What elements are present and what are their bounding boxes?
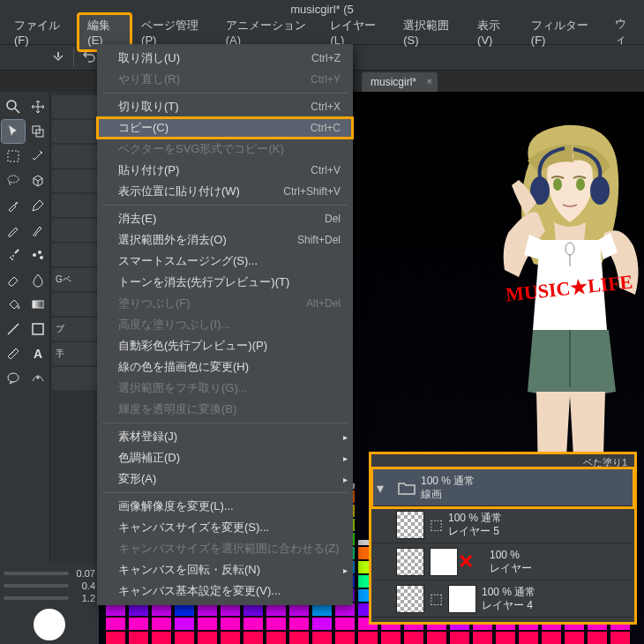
- subtool-item[interactable]: [52, 194, 97, 217]
- text-tool-icon[interactable]: A: [26, 342, 49, 365]
- undo-icon[interactable]: [79, 48, 99, 67]
- menu-canvas-settings[interactable]: キャンバス基本設定を変更(V)...: [97, 580, 353, 602]
- menu-file[interactable]: ファイル(F): [5, 14, 77, 50]
- cube-icon: ⬚: [430, 590, 443, 607]
- balloon-tool-icon[interactable]: [2, 367, 25, 390]
- subtool-item[interactable]: [52, 95, 97, 118]
- zoom-tool-icon[interactable]: [2, 95, 25, 118]
- menu-select[interactable]: 選択範囲(S): [394, 14, 467, 50]
- menu-img-res[interactable]: 画像解像度を変更(L)...: [97, 496, 353, 517]
- menu-adv-fill[interactable]: 高度な塗りつぶし(I)...: [97, 314, 353, 335]
- menu-canvas-size[interactable]: キャンバスサイズを変更(S)...: [97, 517, 353, 538]
- menu-redo[interactable]: やり直し(R)Ctrl+Y: [97, 69, 353, 90]
- layer-row[interactable]: ⬚ 100 % 通常 レイヤー 5: [373, 506, 633, 543]
- menu-copy[interactable]: コピー(C)Ctrl+C: [97, 117, 353, 139]
- menu-copy-svg[interactable]: ベクターをSVG形式でコピー(K): [97, 139, 353, 160]
- menu-material[interactable]: 素材登録(J)▸: [97, 426, 353, 447]
- cube-tool-icon[interactable]: [26, 169, 49, 192]
- layer-row-disabled[interactable]: ✕ 100 % レイヤー: [373, 543, 633, 580]
- subtool-item[interactable]: [52, 243, 97, 266]
- blend-tool-icon[interactable]: [26, 268, 49, 291]
- subtool-gpen[interactable]: Gペ: [52, 268, 97, 291]
- frame-tool-icon[interactable]: [26, 318, 49, 341]
- arrow-down-icon[interactable]: [49, 48, 68, 67]
- sub-tool-panel: Gペ ブ 手: [49, 92, 99, 644]
- pen-tool-icon[interactable]: [26, 194, 49, 217]
- subtool-brush[interactable]: ブ: [52, 318, 97, 341]
- disabled-x-icon: ✕: [458, 550, 474, 573]
- move-tool-icon[interactable]: [26, 95, 49, 118]
- tab-label: musicgirl*: [371, 76, 416, 88]
- layer-folder-linework[interactable]: ▾ 100 % 通常 線画: [373, 469, 633, 506]
- wand-tool-icon[interactable]: [26, 145, 49, 168]
- menu-bright-opacity[interactable]: 輝度を透明度に変換(B): [97, 399, 353, 420]
- layer-opacity: 100 %: [490, 549, 532, 561]
- menu-paste-pos[interactable]: 表示位置に貼り付け(W)Ctrl+Shift+V: [97, 181, 353, 202]
- subtool-item[interactable]: [52, 120, 97, 143]
- menu-view[interactable]: 表示(V): [468, 14, 520, 50]
- chevron-right-icon: ▸: [343, 475, 348, 484]
- airbrush-tool-icon[interactable]: [2, 243, 25, 266]
- menu-window[interactable]: ウィ: [606, 12, 644, 51]
- svg-rect-14: [33, 324, 43, 334]
- layer-thumbnail: [396, 511, 424, 539]
- layer-thumbnail: [430, 548, 458, 576]
- layer-cut-label: ベた塗り1: [373, 456, 633, 469]
- menu-color-adjust[interactable]: 色調補正(D)▸: [97, 447, 353, 468]
- menu-remove-tone[interactable]: トーンを消去(先行プレビュー)(T): [97, 272, 353, 293]
- subtool-item[interactable]: [52, 219, 97, 242]
- layer-name: レイヤー 4: [482, 599, 535, 611]
- decoration-tool-icon[interactable]: [26, 243, 49, 266]
- menu-smart-smooth[interactable]: スマートスムージング(S)...: [97, 251, 353, 272]
- menu-filter[interactable]: フィルター(F): [522, 14, 604, 50]
- subtool-item[interactable]: [52, 367, 97, 390]
- menu-clear[interactable]: 消去(E)Del: [97, 208, 353, 229]
- menu-sel-border[interactable]: 選択範囲をフチ取り(G)...: [97, 378, 353, 399]
- menu-cut[interactable]: 切り取り(T)Ctrl+X: [97, 96, 353, 117]
- menu-line-to-draw[interactable]: 線の色を描画色に変更(H): [97, 356, 353, 378]
- menu-canvas-sel[interactable]: キャンバスサイズを選択範囲に合わせる(Z): [97, 538, 353, 559]
- layer-move-tool-icon[interactable]: [26, 120, 49, 143]
- slider-row[interactable]: 0.07: [4, 568, 95, 579]
- layer-opacity: 100 % 通常: [448, 512, 502, 524]
- gradient-tool-icon[interactable]: [26, 293, 49, 316]
- operation-tool-icon[interactable]: [2, 120, 25, 143]
- slider-row[interactable]: 0.4: [4, 580, 95, 591]
- svg-point-17: [37, 377, 40, 379]
- subtool-item[interactable]: [52, 145, 97, 168]
- ruler-tool-icon[interactable]: [2, 342, 25, 365]
- marquee-tool-icon[interactable]: [2, 145, 25, 168]
- menu-canvas-rotate[interactable]: キャンバスを回転・反転(N)▸: [97, 559, 353, 580]
- fill-tool-icon[interactable]: [2, 293, 25, 316]
- svg-point-16: [8, 373, 19, 382]
- menu-clear-outside[interactable]: 選択範囲外を消去(O)Shift+Del: [97, 229, 353, 251]
- chevron-right-icon: ▸: [343, 453, 348, 463]
- chevron-right-icon: ▸: [343, 565, 348, 575]
- layer-row[interactable]: ⬚ 100 % 通常 レイヤー 4: [373, 580, 633, 618]
- menu-paste[interactable]: 貼り付け(P)Ctrl+V: [97, 160, 353, 181]
- brush-tool-icon[interactable]: [26, 219, 49, 242]
- document-tab[interactable]: musicgirl* ×: [362, 72, 438, 92]
- pencil-tool-icon[interactable]: [2, 219, 25, 242]
- menu-undo[interactable]: 取り消し(U)Ctrl+Z: [97, 48, 353, 69]
- layer-name: 線画: [421, 488, 475, 500]
- layer-opacity: 100 % 通常: [421, 475, 475, 487]
- svg-rect-13: [33, 301, 43, 308]
- menu-auto-color[interactable]: 自動彩色(先行プレビュー)(P): [97, 335, 353, 356]
- slider-row[interactable]: 1.2: [4, 593, 95, 603]
- eraser-tool-icon[interactable]: [2, 268, 25, 291]
- subtool-hand[interactable]: 手: [52, 342, 97, 365]
- menu-transform[interactable]: 変形(A)▸: [97, 468, 353, 490]
- menu-fill[interactable]: 塗りつぶし(F)Alt+Del: [97, 293, 353, 314]
- subtool-item[interactable]: [52, 169, 97, 192]
- figure-tool-icon[interactable]: [2, 318, 25, 341]
- correct-line-tool-icon[interactable]: [26, 367, 49, 390]
- subtool-item[interactable]: [52, 293, 97, 316]
- chevron-down-icon[interactable]: ▾: [377, 480, 393, 496]
- cube-icon: ⬚: [430, 516, 443, 533]
- lasso-tool-icon[interactable]: [2, 169, 25, 192]
- eyedropper-tool-icon[interactable]: [2, 194, 25, 217]
- layer-opacity: 100 % 通常: [482, 586, 535, 598]
- menubar: ファイル(F) 編集(E) ページ管理(P) アニメーション(A) レイヤー(L…: [0, 19, 644, 44]
- close-icon[interactable]: ×: [427, 76, 432, 86]
